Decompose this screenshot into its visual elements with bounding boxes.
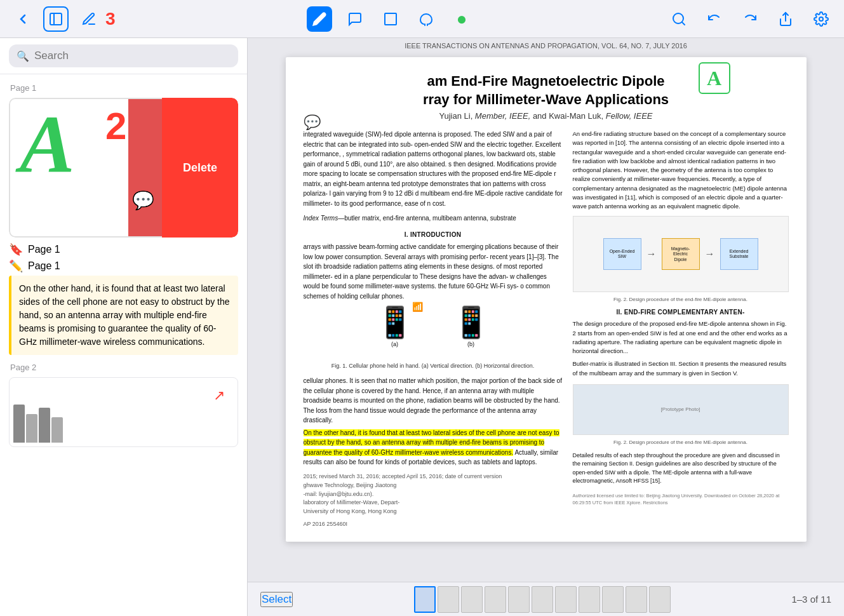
right-img-caption: Fig. 2. Design procedure of the end-fire… [573,296,789,304]
page2-section-label: Page 2 [10,363,238,372]
search-bar: 🔍 [0,38,247,74]
search-input-wrap[interactable]: 🔍 [9,44,238,67]
diagram-box: Open-EndedSIW → Magneto-ElectricDipole →… [584,217,777,291]
page1-label-text: Page 1 [28,244,60,255]
rect-button[interactable] [378,6,403,32]
doc-col-right: An end-fire radiating structure based on… [573,130,789,529]
select-button[interactable]: Select [260,592,293,607]
doc-pages[interactable]: A 💬 am End-Fire Magnetoelectric Dipolerr… [248,51,844,616]
redo-button[interactable] [737,6,763,32]
thumb-mini-7[interactable] [555,586,577,613]
doc-col-left: integrated waveguide (SIW)-fed dipole an… [304,130,563,529]
toolbar-left: 3 [10,6,116,32]
page1-annotation-label-text: Page 1 [28,260,60,272]
doc-annotation-sticker: 💬 [304,114,321,131]
highlighted-paragraph: On the other hand, it is found that at l… [304,428,563,467]
pencil-draw-button[interactable] [307,6,332,32]
col-left-address: ghwave Technology, Beijing Jiaotong-mail… [304,481,563,517]
keywords: Index Terms—butler matrix, end-fire ante… [304,213,563,224]
badge-number-2: 2 [105,104,126,148]
search-button[interactable] [666,6,692,32]
diag-block-2: Magneto-ElectricDipole [662,238,700,270]
cylinder-1 [13,405,25,443]
svg-point-5 [819,17,823,21]
thumbnail-strip [414,586,671,613]
diag-arrow-1: → [646,246,657,262]
document-page: A 💬 am End-Fire Magnetoelectric Dipolerr… [286,57,807,542]
abstract-text: integrated waveguide (SIW)-fed dipole an… [304,130,563,208]
sidebar-toggle-button[interactable] [43,6,69,32]
content-area: IEEE TRANSACTIONS ON ANTENNAS AND PROPAG… [248,38,844,616]
page1-pencil-label: ✏️ Page 1 [9,259,238,273]
undo-button[interactable] [702,6,727,32]
back-button[interactable] [10,6,36,32]
diag-arrow-2: → [705,246,715,262]
bookmark-icon: 🔖 [9,243,23,257]
page1-bookmark-label: 🔖 Page 1 [9,243,238,257]
figure-area: 📱 📶 (a) 📱 (b) [304,307,563,358]
note-button[interactable] [76,6,102,32]
page1-thumbnail-container[interactable]: A 2 💬 Delete [9,98,238,238]
annotation-content: On the other hand, it is found that at l… [19,283,230,347]
cylinder-2 [26,414,37,443]
journal-header: IEEE TRANSACTIONS ON ANTENNAS AND PROPAG… [248,38,844,51]
cylinder-group [13,382,63,443]
diag-block-1: Open-EndedSIW [603,238,641,270]
page1-section-label: Page 1 [10,83,238,93]
svg-rect-0 [50,13,62,25]
section2-body-3: Detailed results of each step throughout… [573,452,789,486]
thumb-mini-6[interactable] [532,586,553,613]
thumb-mini-2[interactable] [438,586,459,613]
search-input[interactable] [34,50,231,62]
right-photo-caption: Fig. 2. Design procedure of the end-fire… [573,439,789,446]
annotation-text-block: On the other hand, it is found that at l… [9,276,238,355]
thumb-mini-4[interactable] [485,586,506,613]
lasso-button[interactable] [413,6,439,32]
toolbar-center: ● [307,6,474,32]
color-dot-button[interactable]: ● [449,6,474,32]
fig-phone-b: 📱 (b) [439,307,503,358]
thumb-mini-10[interactable] [626,586,647,613]
settings-button[interactable] [808,6,834,32]
cylinder-3 [39,408,50,443]
search-icon: 🔍 [17,50,29,62]
right-col-top: An end-fire radiating structure based on… [573,130,789,211]
dashed-arrow-icon: ↗ [213,387,225,404]
badge-3: 3 [105,9,116,29]
doc-columns: integrated waveguide (SIW)-fed dipole an… [304,130,789,529]
badge-a-letter: A [707,67,721,90]
thumb-mini-8[interactable] [579,586,600,613]
thumb-mini-11[interactable] [649,586,671,613]
share-button[interactable] [773,6,798,32]
doc-authors: Yujian Li, Member, IEEE, and Kwai-Man Lu… [304,111,789,121]
toolbar-right [666,6,834,32]
ap-number: AP 2016 255460I [304,520,563,529]
thumb-mini-1[interactable] [414,586,436,613]
copyright-notice: Authorized licensed use limited to: Beij… [573,492,789,507]
thumb-mini-9[interactable] [602,586,624,613]
pencil-icon: ✏️ [9,259,23,273]
thumb-mini-5[interactable] [508,586,530,613]
main-layout: 🔍 Page 1 A 2 💬 [0,38,844,616]
page2-thumbnail[interactable]: ↗ [9,377,238,447]
thumb-mini-3[interactable] [461,586,483,613]
green-letter-a: A [20,102,75,185]
intro-heading: I. INTRODUCTION [304,230,563,240]
col-left-footer: 2015; revised March 31, 2016; accepted A… [304,472,563,481]
body-text-2: cellular phones. It is seen that no matt… [304,376,563,425]
pages-list: Page 1 A 2 💬 Delete [0,74,247,616]
delete-button[interactable]: Delete [162,98,238,238]
delete-label: Delete [183,161,217,175]
page2-content: ↗ [10,378,238,446]
comment-button[interactable] [342,6,368,32]
section2-body: The design procedure of the proposed end… [573,319,789,356]
doc-annotation-badge-1: A [699,62,730,94]
intro-body: arrays with passive beam-forming active … [304,242,563,301]
bottom-bar: Select 1–3 of 11 [248,582,844,616]
journal-title: IEEE TRANSACTIONS ON ANTENNAS AND PROPAG… [405,42,687,50]
svg-rect-2 [385,13,396,25]
diag-block-3: ExtendedSubstrate [720,238,758,270]
right-diagram-area: Open-EndedSIW → Magneto-ElectricDipole →… [573,216,789,292]
fig-phone-a: 📱 📶 (a) [363,307,427,358]
toolbar: 3 ● [0,0,844,38]
